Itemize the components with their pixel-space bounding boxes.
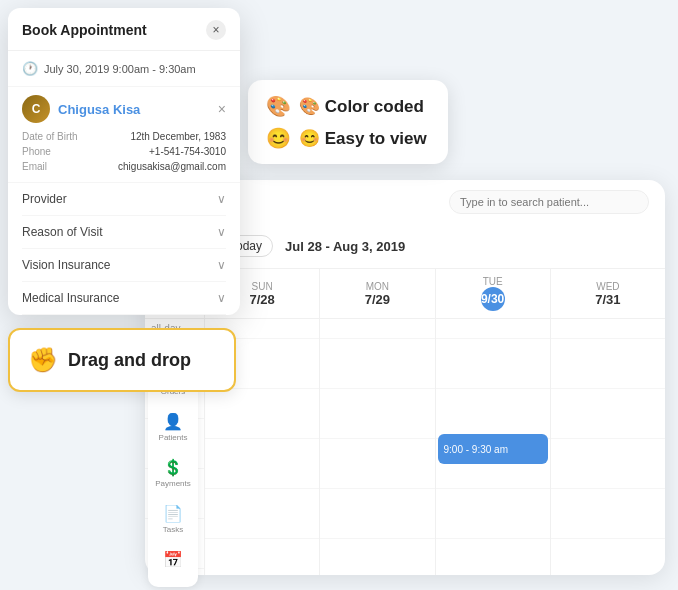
chevron-down-icon: ∨	[217, 258, 226, 272]
slot	[551, 489, 665, 539]
medical-label: Medical Insurance	[22, 291, 119, 305]
patient-clear-button[interactable]: ×	[218, 101, 226, 117]
allday-mon	[320, 319, 434, 339]
phone-label: Phone	[22, 146, 51, 157]
chevron-down-icon: ∨	[217, 225, 226, 239]
modal-header: Book Appointment ×	[8, 8, 240, 51]
dob-row: Date of Birth 12th December, 1983	[22, 129, 226, 144]
slot	[320, 489, 434, 539]
slot	[205, 539, 319, 575]
day-num-mon: 7/29	[365, 292, 390, 307]
avatar: C	[22, 95, 50, 123]
slot	[551, 339, 665, 389]
sidebar-label-payments: Payments	[155, 479, 191, 488]
phone-row: Phone +1-541-754-3010	[22, 144, 226, 159]
sidebar-item-tasks[interactable]: 📄 Tasks	[148, 496, 198, 542]
appointment-block[interactable]: 9:00 - 9:30 am	[438, 434, 548, 464]
slot	[551, 539, 665, 575]
modal-title: Book Appointment	[22, 22, 147, 38]
slot	[320, 539, 434, 575]
patient-details: Date of Birth 12th December, 1983 Phone …	[22, 129, 226, 174]
color-coded-line: 🎨 🎨 Color coded	[266, 94, 430, 118]
slot	[551, 439, 665, 489]
day-name-tue: TUE	[483, 276, 503, 287]
reason-dropdown[interactable]: Reason of Visit ∨	[22, 216, 226, 249]
sidebar-label-patients: Patients	[159, 433, 188, 442]
day-col-wed: WED 7/31	[551, 269, 665, 575]
modal-datetime-row: 🕐 July 30, 2019 9:00am - 9:30am	[8, 51, 240, 87]
slot	[436, 389, 550, 439]
patient-search-input[interactable]	[449, 190, 649, 214]
day-col-tue: TUE 9/30 9:00 - 9:30 am	[436, 269, 551, 575]
vision-label: Vision Insurance	[22, 258, 111, 272]
slot	[320, 339, 434, 389]
patient-row: C Chigusa Kisa ×	[22, 95, 226, 123]
slots-tue[interactable]: 9:00 - 9:30 am	[436, 339, 550, 575]
easy-view-line: 😊 😊 Easy to view	[266, 126, 430, 150]
provider-label: Provider	[22, 192, 67, 206]
phone-value: +1-541-754-3010	[149, 146, 226, 157]
day-name-mon: MON	[366, 281, 389, 292]
medical-insurance-dropdown[interactable]: Medical Insurance ∨	[22, 282, 226, 315]
palette-icon: 🎨	[266, 94, 291, 118]
datetime-text: July 30, 2019 9:00am - 9:30am	[44, 63, 196, 75]
sidebar-item-payments[interactable]: 💲 Payments	[148, 450, 198, 496]
drag-drop-text: Drag and drop	[68, 350, 191, 371]
day-num-wed: 7/31	[595, 292, 620, 307]
slot	[436, 339, 550, 389]
day-num-sun: 7/28	[249, 292, 274, 307]
payments-icon: 💲	[163, 458, 183, 477]
slot	[320, 389, 434, 439]
search-area	[449, 190, 649, 214]
dob-label: Date of Birth	[22, 131, 78, 142]
color-coded-text: 🎨 Color coded	[299, 96, 424, 117]
allday-tue	[436, 319, 550, 339]
smile-icon: 😊	[266, 126, 291, 150]
sidebar-item-calendar[interactable]: 📅	[148, 542, 198, 579]
tasks-icon: 📄	[163, 504, 183, 523]
day-name-wed: WED	[596, 281, 619, 292]
chevron-down-icon: ∨	[217, 192, 226, 206]
patient-name[interactable]: Chigusa Kisa	[58, 102, 140, 117]
day-header-tue: TUE 9/30	[436, 269, 550, 319]
dob-value: 12th December, 1983	[130, 131, 226, 142]
slot	[205, 489, 319, 539]
vision-insurance-dropdown[interactable]: Vision Insurance ∨	[22, 249, 226, 282]
day-col-mon: MON 7/29	[320, 269, 435, 575]
sidebar-label-tasks: Tasks	[163, 525, 183, 534]
day-name-sun: SUN	[252, 281, 273, 292]
modal-close-button[interactable]: ×	[206, 20, 226, 40]
days-container: SUN 7/28 MON 7/29	[205, 269, 665, 575]
hand-icon: ✊	[28, 346, 58, 374]
email-value: chigusakisa@gmail.com	[118, 161, 226, 172]
slots-wed	[551, 339, 665, 575]
color-callout: 🎨 🎨 Color coded 😊 😊 Easy to view	[248, 80, 448, 164]
patient-info: C Chigusa Kisa	[22, 95, 140, 123]
booking-modal: Book Appointment × 🕐 July 30, 2019 9:00a…	[8, 8, 240, 315]
dropdown-section: Provider ∨ Reason of Visit ∨ Vision Insu…	[8, 183, 240, 315]
date-range: Jul 28 - Aug 3, 2019	[285, 239, 405, 254]
calendar-icon: 📅	[163, 550, 183, 569]
sidebar-item-patients[interactable]: 👤 Patients	[148, 404, 198, 450]
day-header-mon: MON 7/29	[320, 269, 434, 319]
clock-icon: 🕐	[22, 61, 38, 76]
slot	[551, 389, 665, 439]
slot	[205, 439, 319, 489]
patients-icon: 👤	[163, 412, 183, 431]
chevron-down-icon: ∨	[217, 291, 226, 305]
day-header-wed: WED 7/31	[551, 269, 665, 319]
drag-drop-callout: ✊ Drag and drop	[8, 328, 236, 392]
slot	[205, 389, 319, 439]
slot	[320, 439, 434, 489]
email-row: Email chigusakisa@gmail.com	[22, 159, 226, 174]
slots-mon	[320, 339, 434, 575]
allday-wed	[551, 319, 665, 339]
easy-view-text: 😊 Easy to view	[299, 128, 427, 149]
reason-label: Reason of Visit	[22, 225, 103, 239]
email-label: Email	[22, 161, 47, 172]
patient-section: C Chigusa Kisa × Date of Birth 12th Dece…	[8, 87, 240, 183]
slot	[436, 539, 550, 575]
day-num-tue: 9/30	[481, 287, 505, 311]
slot	[436, 489, 550, 539]
provider-dropdown[interactable]: Provider ∨	[22, 183, 226, 216]
